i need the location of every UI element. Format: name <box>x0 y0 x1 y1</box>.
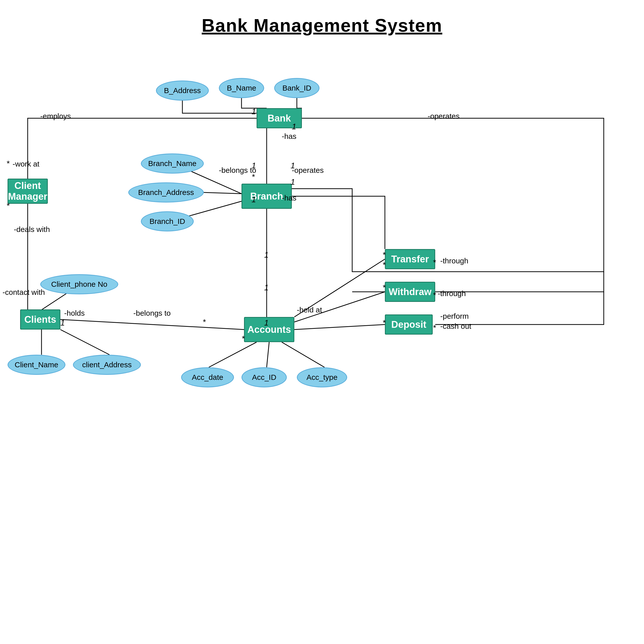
mult-2: 1 <box>292 122 296 131</box>
mult-13: 1 <box>264 283 269 292</box>
entity-transfer: Transfer <box>385 249 435 269</box>
connector-lines <box>0 45 644 644</box>
mult-8: * <box>6 201 9 211</box>
mult-12: * <box>382 260 385 270</box>
attr-acc-id: Acc_ID <box>241 367 287 387</box>
mult-20: * <box>433 258 436 267</box>
mult-4: * <box>252 172 255 182</box>
diagram-area: Bank Branch Client Manager Clients Accou… <box>0 45 644 644</box>
mult-17: 1 <box>60 318 65 328</box>
rel-perform: -perform <box>440 312 469 320</box>
mult-14: * <box>382 283 385 292</box>
rel-belongs-to: -belongs to <box>219 166 256 175</box>
rel-employs: -employs <box>40 112 71 120</box>
entity-clientmanager: Client Manager <box>8 179 48 204</box>
mult-21: * <box>433 291 436 300</box>
attr-branch-id: Branch_ID <box>141 211 194 231</box>
rel-has1: -has <box>282 132 296 141</box>
rel-operates1: -operates <box>428 112 460 120</box>
attr-client-phone: Client_phone No <box>40 274 118 294</box>
mult-3: 1 <box>252 161 256 170</box>
rel-contact-with: -contact with <box>3 288 45 297</box>
rel-through1: -through <box>440 257 468 265</box>
attr-client-address: client_Address <box>73 355 141 375</box>
rel-holds: -holds <box>64 309 85 317</box>
rel-has2: -has <box>282 194 296 202</box>
mult-19: * <box>203 317 206 327</box>
mult-5: 1 <box>291 161 295 170</box>
entity-deposit: Deposit <box>385 314 433 335</box>
attr-acc-date: Acc_date <box>181 367 234 387</box>
entity-clients: Clients <box>20 309 60 330</box>
rel-held-at: -held at <box>297 306 322 314</box>
entity-withdraw: Withdraw <box>385 282 435 302</box>
attr-acc-type: Acc_type <box>297 367 347 387</box>
mult-1: 1 <box>252 107 256 116</box>
attr-b-name: B_Name <box>219 78 264 98</box>
mult-16: * <box>382 318 385 328</box>
mult-11: * <box>382 250 385 260</box>
attr-bank-id: Bank_ID <box>274 78 319 98</box>
rel-cash-out: -cash out <box>440 322 471 331</box>
attr-client-name: Client_Name <box>8 355 65 375</box>
attr-branch-address: Branch_Address <box>128 182 204 203</box>
rel-through2: -through <box>438 289 466 298</box>
mult-6: 1 <box>291 177 295 187</box>
attr-b-address: B_Address <box>156 81 209 101</box>
mult-10: 1 <box>264 250 269 260</box>
rel-belongs-to2: -belongs to <box>133 309 171 317</box>
mult-7: * <box>6 159 9 168</box>
mult-22: * <box>433 323 436 333</box>
attr-branch-name: Branch_Name <box>141 153 204 174</box>
page-title: Bank Management System <box>0 0 644 36</box>
mult-18: * <box>241 334 245 343</box>
rel-work-at: -work at <box>13 160 39 168</box>
entity-accounts: Accounts <box>244 317 294 342</box>
rel-operates2: -operates <box>292 166 324 175</box>
rel-deals-with: -deals with <box>14 225 50 234</box>
mult-9: 1 <box>252 195 256 204</box>
mult-15: 1 <box>264 318 269 328</box>
